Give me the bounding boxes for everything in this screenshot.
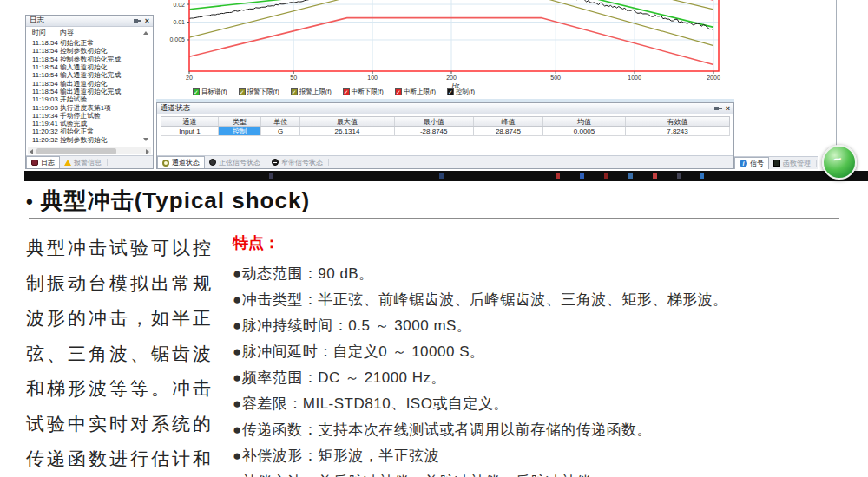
legend-label: 中断下限(f) xyxy=(352,88,384,96)
legend-checkbox-icon[interactable] xyxy=(395,88,402,95)
legend-item[interactable]: 中断下限(f) xyxy=(343,88,384,96)
scrollbar-thumb[interactable] xyxy=(36,148,116,154)
tab-signal-label: 信号 xyxy=(750,159,764,168)
logbook-icon xyxy=(31,160,38,166)
log-time: 11:19:03 xyxy=(28,95,60,103)
legend-item[interactable]: 控制(f) xyxy=(447,88,475,96)
log-row: 11:20:32 控制参数初始化 xyxy=(28,136,142,144)
legend-item[interactable]: 中断上限(f) xyxy=(395,88,436,96)
intro-line: 典型冲击试验可以控 xyxy=(26,231,226,266)
column-header: 最小值 xyxy=(395,117,474,126)
column-header: 均值 xyxy=(543,117,626,126)
log-time: 11:19:03 xyxy=(28,104,60,112)
svg-text:500: 500 xyxy=(550,75,561,81)
intro-line: 和梯形波等等。冲击 xyxy=(26,371,226,407)
page-title-text: 典型冲击(Typical shock) xyxy=(41,187,310,213)
table-cell: 控制 xyxy=(219,127,261,135)
tab-function-manager[interactable]: 函数管理 xyxy=(769,157,815,169)
intro-line: 试验中实时对系统的 xyxy=(26,407,226,442)
table-cell: Input 1 xyxy=(161,127,219,135)
feature-item: ●动态范围：90 dB。 xyxy=(233,261,854,287)
taskbar-strip xyxy=(24,171,868,181)
tab-signal[interactable]: 信号 xyxy=(734,157,769,169)
log-content: 控制参数初始化 xyxy=(60,135,108,144)
feature-item: ●冲击类型：半正弦、前峰锯齿波、后峰锯齿波、三角波、矩形、梯形波。 xyxy=(233,287,854,313)
taskbar-icon xyxy=(580,173,584,179)
column-header: 最大值 xyxy=(300,117,395,126)
warning-icon xyxy=(64,160,71,166)
tab-sine-signal-label: 正弦信号状态 xyxy=(219,158,260,167)
intro-line: 传递函数进行估计和 xyxy=(26,441,226,477)
legend-label: 中断上限(f) xyxy=(404,88,436,96)
taskbar-icon xyxy=(269,173,273,179)
taskbar-icon xyxy=(628,173,633,179)
log-time: 11:18:54 xyxy=(28,63,60,71)
pin-icon[interactable] xyxy=(714,105,722,112)
log-time: 11:19:34 xyxy=(28,112,60,120)
legend-checkbox-icon[interactable] xyxy=(291,88,298,95)
tab-sine-signal-status[interactable]: 正弦信号状态 xyxy=(205,156,265,168)
tab-narrowband-signal-status[interactable]: 窄带信号状态 xyxy=(267,156,327,168)
legend-checkbox-icon[interactable] xyxy=(447,88,454,95)
intro-line: 波形的冲击，如半正 xyxy=(26,301,226,337)
close-icon[interactable]: × xyxy=(726,105,730,113)
log-time: 11:19:41 xyxy=(28,120,60,127)
green-sphere-button[interactable] xyxy=(822,145,857,180)
svg-text:1000: 1000 xyxy=(628,75,641,81)
scroll-left-icon[interactable] xyxy=(30,149,33,154)
tab-alarm-label: 报警信息 xyxy=(74,158,102,167)
page: 日志 × 时间 内容 11:18:54 初始化正常 11: xyxy=(0,0,868,477)
intro-line: 弦、三角波、锯齿波 xyxy=(26,337,226,372)
log-panel-title: 日志 xyxy=(30,16,44,26)
scroll-up-icon[interactable] xyxy=(143,31,148,35)
log-col-time: 时间 xyxy=(28,28,60,38)
svg-text:200: 200 xyxy=(446,75,457,81)
tab-narrowband-signal-label: 窄带信号状态 xyxy=(281,158,323,167)
svg-text:2000: 2000 xyxy=(707,75,720,81)
channel-table: 通道类型单位最大值最小值峰值均值有效值 Input 1控制G26.1314-28… xyxy=(161,116,730,136)
column-header: 通道 xyxy=(161,117,219,126)
table-cell: 7.8243 xyxy=(626,127,729,135)
svg-text:0.02: 0.02 xyxy=(173,2,185,8)
bullet-icon: • xyxy=(26,191,34,212)
legend-label: 目标谱(f) xyxy=(201,88,227,96)
function-manager-icon xyxy=(773,160,780,167)
legend-label: 报警上限(f) xyxy=(299,88,332,96)
title-underline xyxy=(29,218,839,219)
table-cell: -28.8745 xyxy=(395,127,474,135)
legend-checkbox-icon[interactable] xyxy=(343,88,350,95)
taskbar-icon xyxy=(653,173,657,179)
legend-checkbox-icon[interactable] xyxy=(193,88,200,95)
log-horizontal-scrollbar[interactable] xyxy=(28,147,151,154)
channel-panel-title: 通道状态 xyxy=(161,103,190,114)
legend-item[interactable]: 报警下限(f) xyxy=(239,88,279,96)
table-cell: G xyxy=(261,127,300,135)
info-icon xyxy=(740,160,747,167)
legend-item[interactable]: 目标谱(f) xyxy=(193,88,227,96)
tab-channel-status[interactable]: 通道状态 xyxy=(157,156,205,168)
scroll-down-icon[interactable] xyxy=(143,138,148,141)
right-pane-tabbar: 信号 函数管理 xyxy=(734,156,818,169)
log-time: 11:18:54 xyxy=(28,39,60,47)
legend-checkbox-icon[interactable] xyxy=(239,88,246,95)
spectrum-chart: 2050100200500100020000.020.010.005Hz xyxy=(156,0,734,99)
table-cell: 0.0005 xyxy=(543,127,626,135)
tab-alarm-info[interactable]: 报警信息 xyxy=(60,156,106,168)
log-time: 11:18:54 xyxy=(28,71,60,79)
features-list: ●动态范围：90 dB。●冲击类型：半正弦、前峰锯齿波、后峰锯齿波、三角波、矩形… xyxy=(233,261,854,477)
legend-item[interactable]: 报警上限(f) xyxy=(291,88,332,96)
feature-item: ●脉冲间延时：自定义0 ～ 10000 S。 xyxy=(233,339,854,365)
log-panel: 日志 × 时间 内容 11:18:54 初始化正常 11: xyxy=(25,15,154,169)
channel-table-header: 通道类型单位最大值最小值峰值均值有效值 xyxy=(161,116,730,127)
sine-signal-icon xyxy=(209,159,216,166)
log-time: 11:20:32 xyxy=(28,136,60,144)
log-rows: 11:18:54 初始化正常 11:18:54 控制参数初始化 11:18:54… xyxy=(28,39,142,144)
tab-log[interactable]: 日志 xyxy=(26,156,60,168)
scroll-right-icon[interactable] xyxy=(146,149,149,154)
channel-status-icon xyxy=(162,160,169,167)
close-icon[interactable]: × xyxy=(145,17,149,25)
pin-icon[interactable] xyxy=(134,17,141,24)
log-time: 11:20:32 xyxy=(28,127,60,135)
taskbar-icon xyxy=(677,173,681,179)
svg-text:100: 100 xyxy=(367,75,378,81)
